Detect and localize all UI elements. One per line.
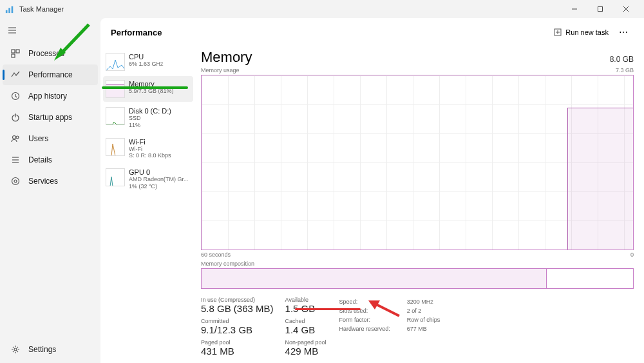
svg-rect-10	[12, 50, 15, 53]
maximize-button[interactable]	[587, 0, 613, 18]
cached-label: Cached	[285, 318, 327, 324]
perf-sub2: S: 0 R: 8.0 Kbps	[129, 152, 191, 159]
sidebar-item-details[interactable]: Details	[3, 150, 98, 170]
svg-rect-2	[12, 6, 14, 14]
form-val: Row of chips	[407, 316, 440, 324]
perf-sub: 6% 1.63 GHz	[129, 61, 191, 68]
perf-name: CPU	[129, 53, 191, 61]
memory-thumb	[106, 80, 125, 98]
committed-label: Committed	[201, 318, 274, 324]
app-icon	[5, 5, 14, 14]
svg-rect-11	[16, 50, 19, 53]
sidebar-item-startup-apps[interactable]: Startup apps	[3, 107, 98, 128]
svg-rect-4	[598, 7, 603, 12]
svg-point-16	[13, 136, 16, 139]
perf-sub2: 1% (32 °C)	[129, 183, 191, 190]
perf-name: Wi-Fi	[129, 138, 191, 146]
svg-point-21	[14, 180, 17, 182]
paged-label: Paged pool	[201, 339, 274, 346]
perf-item-cpu[interactable]: CPU 6% 1.63 GHz	[103, 49, 193, 75]
page-title: Performance	[111, 28, 549, 37]
perf-sub: SSD	[129, 115, 191, 122]
composition-label: Memory composition	[201, 260, 634, 267]
wifi-thumb	[106, 138, 125, 156]
gear-icon	[10, 344, 21, 355]
sidebar-item-users[interactable]: Users	[3, 128, 98, 149]
slots-key: Slots used:	[339, 307, 406, 315]
in-use-value: 5.8 GB (363 MB)	[201, 303, 274, 314]
memory-info-table: Speed:3200 MHz Slots used:2 of 2 Form fa…	[338, 297, 442, 334]
svg-rect-12	[12, 54, 15, 57]
sidebar-item-settings[interactable]: Settings	[3, 339, 98, 360]
usage-max: 7.3 GB	[616, 67, 634, 74]
run-task-label: Run new task	[565, 28, 609, 36]
available-value: 1.5 GB	[285, 303, 327, 314]
in-use-label: In use (Compressed)	[201, 297, 274, 303]
sidebar-item-label: Processes	[28, 49, 64, 58]
sidebar-item-services[interactable]: Services	[3, 171, 98, 191]
sidebar: Processes Performance App history Startu…	[0, 18, 100, 363]
hamburger-button[interactable]	[0, 21, 100, 43]
form-key: Form factor:	[339, 316, 406, 324]
perf-sub: 5.9/7.3 GB (81%)	[129, 88, 191, 95]
svg-point-22	[12, 178, 19, 185]
performance-list: CPU 6% 1.63 GHz Memory 5.9/7.3 GB (81%) …	[100, 46, 196, 363]
sidebar-item-processes[interactable]: Processes	[3, 43, 98, 64]
more-button[interactable]: ⋯	[614, 25, 634, 40]
perf-name: Disk 0 (C: D:)	[129, 107, 191, 115]
x-left: 60 seconds	[201, 251, 231, 258]
cached-value: 1.4 GB	[285, 324, 327, 335]
perf-sub: AMD Radeon(TM) Gr...	[129, 176, 191, 183]
sidebar-item-label: Services	[28, 177, 58, 186]
perf-sub2: 11%	[129, 122, 191, 129]
cpu-thumb	[106, 53, 125, 71]
run-new-task-button[interactable]: Run new task	[549, 26, 614, 39]
paged-value: 431 MB	[201, 346, 274, 357]
services-icon	[10, 176, 21, 186]
detail-title: Memory	[201, 49, 252, 66]
speed-val: 3200 MHz	[407, 298, 440, 306]
hw-val: 677 MB	[407, 325, 440, 333]
hw-key: Hardware reserved:	[339, 325, 406, 333]
svg-rect-0	[6, 10, 8, 13]
disk-thumb	[106, 107, 125, 125]
detail-panel: Memory 8.0 GB Memory usage 7.3 GB 60 sec…	[196, 46, 644, 363]
svg-rect-27	[106, 84, 125, 98]
perf-name: GPU 0	[129, 168, 191, 176]
sidebar-item-performance[interactable]: Performance	[3, 64, 98, 85]
sidebar-item-label: Details	[28, 155, 52, 164]
slots-val: 2 of 2	[407, 307, 440, 315]
performance-icon	[10, 70, 21, 80]
perf-item-disk[interactable]: Disk 0 (C: D:) SSD 11%	[103, 103, 193, 133]
memory-usage-chart	[201, 75, 634, 250]
usage-label: Memory usage	[201, 67, 240, 74]
sidebar-item-label: App history	[28, 92, 67, 101]
svg-point-23	[14, 348, 17, 351]
memory-capacity: 8.0 GB	[610, 55, 634, 64]
details-icon	[10, 155, 21, 165]
available-label: Available	[285, 297, 327, 303]
users-icon	[10, 133, 21, 144]
perf-sub: Wi-Fi	[129, 146, 191, 153]
processes-icon	[10, 48, 21, 59]
composition-bar	[201, 268, 634, 289]
gpu-thumb	[106, 168, 125, 186]
sidebar-item-label: Users	[28, 134, 48, 143]
svg-point-17	[16, 136, 19, 139]
run-task-icon	[554, 28, 562, 36]
x-right: 0	[630, 251, 634, 258]
startup-icon	[10, 112, 21, 123]
sidebar-item-label: Performance	[28, 70, 73, 79]
sidebar-item-app-history[interactable]: App history	[3, 86, 98, 106]
perf-item-memory[interactable]: Memory 5.9/7.3 GB (81%)	[103, 76, 193, 102]
perf-item-wifi[interactable]: Wi-Fi Wi-Fi S: 0 R: 8.0 Kbps	[103, 134, 193, 164]
perf-item-gpu[interactable]: GPU 0 AMD Radeon(TM) Gr... 1% (32 °C)	[103, 164, 193, 194]
svg-rect-1	[8, 8, 10, 13]
window-title: Task Manager	[19, 5, 562, 13]
speed-key: Speed:	[339, 298, 406, 306]
perf-name: Memory	[129, 80, 191, 88]
sidebar-item-label: Settings	[28, 345, 56, 354]
title-bar: Task Manager	[0, 0, 644, 18]
close-button[interactable]	[613, 0, 639, 18]
minimize-button[interactable]	[562, 0, 587, 18]
